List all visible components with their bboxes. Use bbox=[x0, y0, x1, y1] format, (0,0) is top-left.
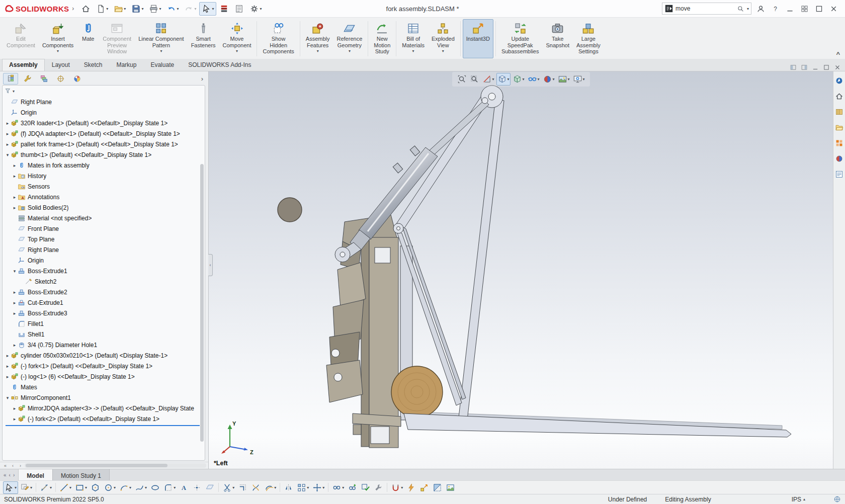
tile-windows-button[interactable] bbox=[797, 2, 812, 15]
assembly-features-button[interactable]: Assembly Features▾ bbox=[302, 19, 333, 58]
smart-dimension-tool-button[interactable]: ▾ bbox=[38, 481, 53, 494]
expand-arrow-icon[interactable]: ▸ bbox=[12, 195, 18, 200]
graphics-area[interactable]: ▾▾▾▾▾▾▾ Y Z *Left ‹ bbox=[209, 71, 833, 469]
tree-item[interactable]: Origin bbox=[3, 255, 205, 266]
trim-entities-tool-button[interactable]: ▾ bbox=[221, 481, 236, 494]
scroll-tabs-start-icon[interactable]: « bbox=[3, 472, 8, 478]
design-library-button[interactable] bbox=[835, 108, 843, 118]
tab-markup[interactable]: Markup bbox=[109, 59, 143, 71]
tree-item[interactable]: ▾MirrorComponent1 bbox=[3, 392, 205, 403]
rapid-sketch-tool-button[interactable] bbox=[405, 481, 417, 494]
thumb-plate-4[interactable] bbox=[326, 360, 363, 402]
tree-item[interactable]: Fillet1 bbox=[3, 318, 205, 329]
print-button[interactable]: ▾ bbox=[146, 2, 163, 16]
bill-of-materials-button[interactable]: Bill of Materials▾ bbox=[398, 19, 428, 58]
zoom-to-fit-button[interactable] bbox=[456, 73, 467, 86]
collapse-arrow-icon[interactable]: ▾ bbox=[12, 269, 18, 274]
scroll-track[interactable] bbox=[25, 463, 206, 468]
tree-item[interactable]: ▸AAnnotations bbox=[3, 192, 205, 202]
tree-item[interactable]: ▸MirrorJDQA adapter<3> -> (Default) <<De… bbox=[3, 403, 205, 413]
menu-expand-icon[interactable]: › bbox=[72, 5, 74, 12]
search-icon[interactable] bbox=[737, 5, 744, 13]
tree-item[interactable]: Mates bbox=[3, 382, 205, 392]
configurationmanager-tab[interactable] bbox=[36, 73, 51, 85]
scroll-left-icon[interactable]: ‹ bbox=[10, 463, 16, 468]
panel-flyout-chevron-icon[interactable]: › bbox=[199, 75, 205, 82]
tree-item[interactable]: ▸320R loader<1> (Default) <<Default>_Dis… bbox=[3, 118, 205, 128]
tab-assembly[interactable]: Assembly bbox=[2, 59, 45, 71]
options-button[interactable]: ▾ bbox=[247, 2, 264, 16]
redo-button[interactable]: ▾ bbox=[182, 2, 199, 16]
file-explorer-button[interactable] bbox=[835, 123, 843, 133]
tree-item[interactable]: Right Plane bbox=[3, 97, 205, 107]
sketch-picture-tool-button[interactable] bbox=[444, 481, 457, 494]
home-button[interactable] bbox=[78, 2, 93, 16]
update-speedpak-button[interactable]: Update SpeedPak Subassemblies bbox=[498, 19, 543, 58]
mirror-entities-tool-button[interactable] bbox=[282, 481, 295, 494]
tree-item[interactable]: ▸History bbox=[3, 171, 205, 181]
frame-right-member[interactable] bbox=[459, 99, 504, 419]
account-button[interactable] bbox=[753, 2, 768, 15]
tree-item[interactable]: Front Plane bbox=[3, 223, 205, 234]
tree-item[interactable]: ▸pallet fork frame<1> (Default) <<Defaul… bbox=[3, 139, 205, 149]
component-preview-window-button[interactable]: Component Preview Window bbox=[99, 19, 135, 58]
expand-arrow-icon[interactable]: ▸ bbox=[5, 142, 11, 147]
filter-options-icon[interactable]: ▾ bbox=[13, 89, 15, 94]
tree-item[interactable]: ▸Boss-Extrude3 bbox=[3, 308, 205, 318]
close-button[interactable] bbox=[826, 2, 841, 15]
expand-arrow-icon[interactable]: ▸ bbox=[12, 290, 18, 295]
close-document-button[interactable] bbox=[834, 64, 841, 71]
restore-document-button[interactable] bbox=[823, 64, 830, 71]
3dexperience-marketplace-button[interactable] bbox=[835, 76, 843, 87]
rollback-bar[interactable] bbox=[6, 425, 200, 426]
corner-rectangle-tool-button[interactable]: ▾ bbox=[73, 481, 89, 494]
expand-arrow-icon[interactable]: ▸ bbox=[12, 311, 18, 316]
scroll-tabs-left-icon[interactable]: ‹ bbox=[8, 472, 12, 478]
tree-item[interactable]: ▸cylinder 050x030x0210<1> (Default) <Dis… bbox=[3, 350, 205, 361]
intersection-curve-tool-button[interactable] bbox=[249, 481, 262, 494]
large-assembly-settings-button[interactable]: Large Assembly Settings bbox=[573, 19, 604, 58]
fully-define-sketch-tool-button[interactable] bbox=[359, 481, 372, 494]
help-button[interactable]: ? bbox=[768, 2, 783, 15]
expand-arrow-icon[interactable]: ▸ bbox=[12, 416, 18, 422]
log-end-disc[interactable] bbox=[278, 198, 302, 222]
xpress-products-button[interactable] bbox=[217, 2, 231, 16]
tab-model[interactable]: Model bbox=[19, 469, 53, 480]
tree-item[interactable]: Sketch2 bbox=[3, 276, 205, 287]
mate-button[interactable]: Mate bbox=[77, 19, 99, 58]
instant2d-tool-button[interactable] bbox=[418, 481, 431, 494]
tree-item[interactable]: Top Plane bbox=[3, 234, 205, 244]
text-tool-button[interactable]: A bbox=[178, 481, 190, 494]
dimxpertmanager-tab[interactable] bbox=[53, 73, 68, 85]
linear-sketch-pattern-tool-button[interactable]: ▾ bbox=[295, 481, 310, 494]
displaymanager-tab[interactable] bbox=[69, 73, 84, 85]
search-input[interactable] bbox=[675, 5, 735, 12]
show-hidden-components-button[interactable]: Show Hidden Components bbox=[259, 19, 297, 58]
tree-item[interactable]: ▾thumb<1> (Default) <<Default>_Display S… bbox=[3, 149, 205, 160]
new-document-button[interactable]: ▾ bbox=[94, 2, 111, 16]
dock-pane-right-button[interactable] bbox=[801, 64, 808, 71]
add-relation-tool-button[interactable] bbox=[346, 481, 359, 494]
open-button[interactable]: ▾ bbox=[111, 2, 128, 16]
edit-component-button[interactable]: Edit Component bbox=[3, 19, 39, 58]
log[interactable] bbox=[391, 366, 443, 417]
linear-component-pattern-button[interactable]: Linear Component Pattern▾ bbox=[135, 19, 188, 58]
quick-snaps-tool-button[interactable]: ▾ bbox=[389, 481, 404, 494]
model-3d-view[interactable] bbox=[209, 71, 833, 469]
insert-components-button[interactable]: Insert Components▾ bbox=[39, 19, 77, 58]
maximize-button[interactable] bbox=[812, 2, 826, 15]
expand-arrow-icon[interactable]: ▸ bbox=[5, 374, 11, 379]
tree-item[interactable]: ▸Cut-Extrude1 bbox=[3, 297, 205, 308]
sketch-fillet-tool-button[interactable]: ▾ bbox=[162, 481, 177, 494]
minimize-button[interactable] bbox=[783, 2, 797, 15]
new-motion-study-button[interactable]: New Motion Study bbox=[370, 19, 394, 58]
undo-button[interactable]: ▾ bbox=[164, 2, 181, 16]
tab-evaluate[interactable]: Evaluate bbox=[143, 59, 181, 71]
solidworks-resources-button[interactable] bbox=[232, 2, 246, 16]
expand-arrow-icon[interactable]: ▸ bbox=[12, 300, 18, 305]
tree-item[interactable]: Right Plane bbox=[3, 244, 205, 255]
tree-item[interactable]: ▸3/4 (0.75) Diameter Hole1 bbox=[3, 340, 205, 350]
plane-tool-button[interactable] bbox=[204, 481, 216, 494]
collapse-arrow-icon[interactable]: ▾ bbox=[5, 152, 11, 157]
ellipse-tool-button[interactable] bbox=[149, 481, 161, 494]
